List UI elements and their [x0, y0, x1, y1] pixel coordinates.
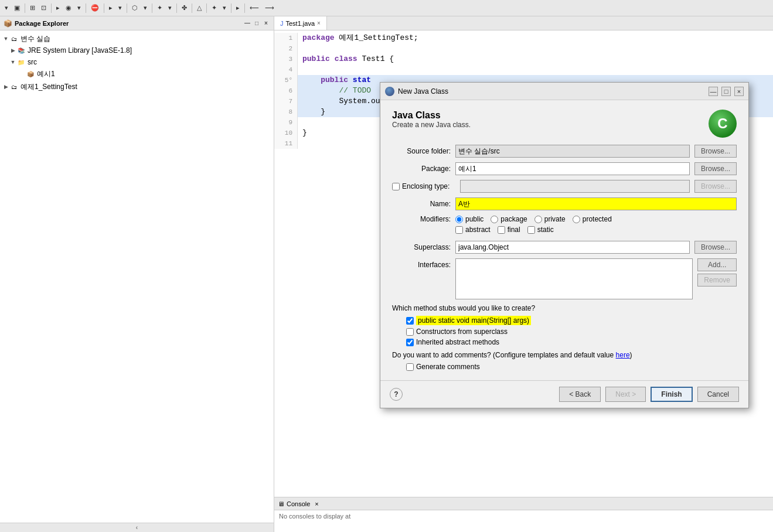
stub-constructors-label: Constructors from superclass	[416, 328, 508, 336]
toolbar-item-5[interactable]: ▸	[54, 3, 62, 13]
line-content-8: }	[298, 107, 325, 117]
sidebar-header: 📦 Package Explorer — □ ×	[0, 16, 274, 30]
tree-item-project1[interactable]: ▼ 🗂 변수 실습	[0, 33, 274, 45]
comments-here-link[interactable]: here	[616, 351, 630, 359]
modifier-protected-radio[interactable]	[573, 216, 580, 223]
interfaces-input-area[interactable]	[455, 258, 693, 299]
modifier-final[interactable]: final	[498, 226, 520, 234]
toolbar-item-9[interactable]: ▸	[107, 3, 115, 13]
toolbar-item-8[interactable]: ⛔	[88, 3, 101, 13]
package-browse-btn[interactable]: Browse...	[694, 162, 737, 175]
dialog-maximize-btn[interactable]: □	[721, 87, 731, 96]
modifier-package-label: package	[500, 215, 527, 223]
console-panel: 🖥 Console × No consoles to display at	[274, 497, 773, 532]
line-num-10: 10	[274, 128, 298, 138]
toolbar-item-15[interactable]: ✤	[179, 3, 189, 13]
toolbar-item-20[interactable]: ⟵	[247, 3, 261, 13]
source-folder-browse-btn[interactable]: Browse...	[694, 145, 737, 158]
modifier-abstract-label: abstract	[465, 226, 491, 234]
modifier-final-checkbox[interactable]	[498, 226, 505, 234]
toolbar-item-19[interactable]: ▸	[234, 3, 242, 13]
stub-main-checkbox[interactable]	[406, 317, 414, 325]
editor-tab-close-btn[interactable]: ×	[317, 20, 321, 26]
enclosing-type-label: Enclosing type:	[402, 182, 450, 190]
sidebar-maximize-btn[interactable]: □	[253, 19, 261, 28]
next-button[interactable]: Next >	[605, 387, 646, 402]
enclosing-type-input[interactable]	[460, 180, 690, 193]
modifier-abstract[interactable]: abstract	[455, 226, 491, 234]
modifier-static-checkbox[interactable]	[527, 226, 535, 234]
tree-label-project2: 예제1_SettingTest	[21, 82, 77, 92]
generate-comments-row: Generate comments	[392, 363, 737, 371]
modifier-package[interactable]: package	[491, 215, 527, 223]
dialog-body: Java Class Create a new Java class. C So…	[380, 100, 748, 380]
interfaces-add-btn[interactable]: Add...	[697, 258, 737, 271]
line-num-5: 5°	[274, 75, 298, 86]
console-close-btn[interactable]: ×	[315, 500, 318, 507]
modifier-public[interactable]: public	[455, 215, 483, 223]
modifier-private[interactable]: private	[534, 215, 566, 223]
name-label: Name:	[392, 200, 451, 208]
toolbar-item-1[interactable]: ▾	[2, 3, 11, 13]
line-num-4: 4	[274, 64, 298, 75]
java-file-icon: J	[280, 20, 284, 27]
toolbar-item-7[interactable]: ▾	[75, 3, 83, 13]
tree-item-project2[interactable]: ▶ 🗂 예제1_SettingTest	[0, 81, 274, 93]
modifiers-options: public package private protected	[455, 215, 612, 223]
toolbar-item-13[interactable]: ✦	[155, 3, 165, 13]
modifier-abstract-checkbox[interactable]	[455, 226, 463, 234]
tree-item-jre[interactable]: ▶ 📚 JRE System Library [JavaSE-1.8]	[0, 45, 274, 56]
modifier-static[interactable]: static	[527, 226, 554, 234]
modifier-private-radio[interactable]	[534, 216, 542, 223]
modifier-package-radio[interactable]	[491, 216, 498, 223]
toolbar-item-4[interactable]: ⊡	[39, 3, 49, 13]
toolbar-item-11[interactable]: ⬡	[130, 3, 140, 13]
toolbar-item-18[interactable]: ▾	[220, 3, 229, 13]
modifier-protected[interactable]: protected	[573, 215, 612, 223]
line-content-5: public stat	[298, 75, 371, 86]
back-button[interactable]: < Back	[559, 387, 601, 402]
stub-inherited-checkbox[interactable]	[406, 339, 414, 346]
sidebar-minimize-btn[interactable]: —	[243, 19, 251, 28]
stub-constructors-checkbox[interactable]	[406, 328, 414, 336]
cancel-button[interactable]: Cancel	[697, 387, 739, 402]
generate-comments-checkbox[interactable]	[406, 363, 414, 371]
sidebar-tree: ▼ 🗂 변수 실습 ▶ 📚 JRE System Library [JavaSE…	[0, 30, 274, 523]
package-explorer-icon: 📦	[4, 19, 12, 28]
finish-button[interactable]: Finish	[651, 387, 692, 402]
tree-item-package1[interactable]: 📦 예시1	[0, 68, 274, 80]
package-input[interactable]	[455, 162, 690, 175]
sidebar-close-btn[interactable]: ×	[262, 19, 270, 28]
tree-item-src[interactable]: ▼ 📁 src	[0, 56, 274, 68]
toolbar-item-12[interactable]: ▾	[141, 3, 149, 13]
toolbar-item-21[interactable]: ⟶	[263, 3, 277, 13]
source-folder-input[interactable]	[455, 145, 690, 158]
toolbar-item-3[interactable]: ⊞	[28, 3, 38, 13]
sidebar-collapse-btn[interactable]: ‹	[0, 523, 274, 532]
superclass-browse-btn[interactable]: Browse...	[694, 241, 737, 254]
name-input[interactable]	[455, 197, 737, 210]
dialog-title-text: New Java Class	[398, 87, 705, 96]
toolbar-sep-4	[104, 4, 104, 13]
superclass-input[interactable]	[455, 241, 690, 254]
dialog-close-btn[interactable]: ×	[734, 87, 744, 96]
toolbar-item-2[interactable]: ▣	[12, 3, 22, 13]
toolbar-item-14[interactable]: ▾	[166, 3, 174, 13]
toolbar-item-16[interactable]: △	[195, 3, 204, 13]
package-row: Package: Browse...	[392, 162, 737, 175]
toolbar: ▾ ▣ ⊞ ⊡ ▸ ◉ ▾ ⛔ ▸ ▾ ⬡ ▾ ✦ ▾ ✤ △ ✦ ▾ ▸ ⟵ …	[0, 0, 773, 16]
dialog-minimize-btn[interactable]: —	[709, 87, 718, 96]
toolbar-item-6[interactable]: ◉	[63, 3, 74, 13]
modifier-public-radio[interactable]	[455, 216, 463, 223]
editor-tab-test1[interactable]: J Test1.java ×	[274, 16, 327, 30]
help-button[interactable]: ?	[390, 388, 403, 401]
dialog-titlebar: New Java Class — □ ×	[380, 83, 748, 100]
editor-tab-label: Test1.java	[286, 20, 315, 27]
comments-question-text: Do you want to add comments? (Configure …	[392, 351, 616, 359]
toolbar-sep-1	[25, 4, 25, 13]
sidebar-controls: — □ ×	[243, 19, 270, 28]
toolbar-item-17[interactable]: ✦	[209, 3, 219, 13]
console-tab-label[interactable]: Console	[287, 500, 310, 507]
enclosing-type-checkbox[interactable]	[392, 183, 400, 190]
toolbar-item-10[interactable]: ▾	[116, 3, 124, 13]
